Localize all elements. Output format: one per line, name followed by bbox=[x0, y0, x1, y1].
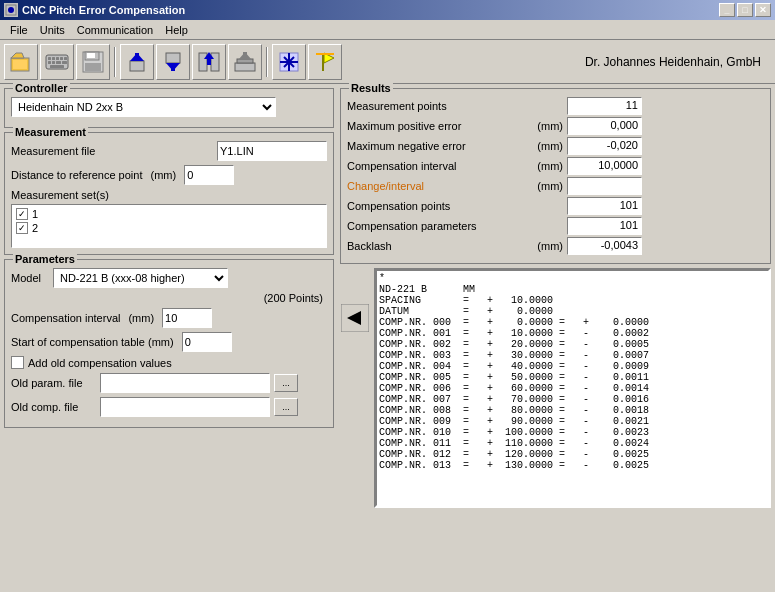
old-comp-label: Old comp. file bbox=[11, 401, 96, 413]
result-row-6: Compensation parameters 101 bbox=[347, 217, 764, 235]
company-name: Dr. Johannes Heidenhain, GmbH bbox=[585, 55, 771, 69]
model-select[interactable]: ND-221 B (xxx-08 higher) bbox=[53, 268, 228, 288]
result-value-4 bbox=[567, 177, 642, 195]
svg-rect-9 bbox=[64, 57, 67, 60]
svg-rect-11 bbox=[52, 61, 55, 64]
menu-communication[interactable]: Communication bbox=[71, 22, 159, 38]
result-row-4: Change/interval (mm) bbox=[347, 177, 764, 195]
set-2-item[interactable]: ✓ 2 bbox=[14, 221, 324, 235]
set-2-label: 2 bbox=[32, 222, 38, 234]
result-label-4: Change/interval bbox=[347, 180, 532, 192]
title-icon bbox=[4, 3, 18, 17]
svg-rect-17 bbox=[87, 53, 95, 58]
svg-rect-10 bbox=[48, 61, 51, 64]
result-label-5: Compensation points bbox=[347, 200, 532, 212]
maximize-btn[interactable]: □ bbox=[737, 3, 753, 17]
close-btn[interactable]: ✕ bbox=[755, 3, 771, 17]
set-1-checkbox[interactable]: ✓ bbox=[16, 208, 28, 220]
svg-rect-6 bbox=[52, 57, 55, 60]
menu-help[interactable]: Help bbox=[159, 22, 194, 38]
distance-input[interactable] bbox=[184, 165, 234, 185]
browse-param-btn[interactable]: ... bbox=[274, 374, 298, 392]
result-unit-7: (mm) bbox=[532, 240, 567, 252]
svg-rect-19 bbox=[130, 61, 144, 71]
svg-rect-12 bbox=[56, 61, 61, 64]
download-btn[interactable] bbox=[156, 44, 190, 80]
result-unit-2: (mm) bbox=[532, 140, 567, 152]
result-unit-4: (mm) bbox=[532, 180, 567, 192]
controller-label: Controller bbox=[13, 82, 70, 94]
result-label-2: Maximum negative error bbox=[347, 140, 532, 152]
set-1-item[interactable]: ✓ 1 bbox=[14, 207, 324, 221]
svg-rect-21 bbox=[135, 53, 139, 61]
window-title: CNC Pitch Error Compensation bbox=[22, 4, 185, 16]
comp-interval-input[interactable] bbox=[162, 308, 212, 328]
output-textarea[interactable]: * ND-221 B MM SPACING = + 10.0000 DATUM … bbox=[376, 270, 769, 506]
start-table-row: Start of compensation table (mm) bbox=[11, 332, 327, 352]
controller-row: Heidenhain ND 2xx B bbox=[11, 97, 327, 117]
svg-rect-3 bbox=[13, 60, 27, 69]
meas-file-input[interactable] bbox=[217, 141, 327, 161]
svg-rect-25 bbox=[199, 53, 207, 71]
svg-rect-40 bbox=[316, 53, 334, 55]
results-section: Results Measurement points 11 Maximum po… bbox=[340, 88, 771, 264]
result-value-5: 101 bbox=[567, 197, 642, 215]
output-frame: * ND-221 B MM SPACING = + 10.0000 DATUM … bbox=[374, 268, 771, 508]
menu-file[interactable]: File bbox=[4, 22, 34, 38]
comp-interval-unit: (mm) bbox=[128, 312, 154, 324]
model-points-row: (200 Points) bbox=[11, 292, 323, 304]
result-label-7: Backlash bbox=[347, 240, 532, 252]
keyboard-btn[interactable] bbox=[40, 44, 74, 80]
result-label-1: Maximum positive error bbox=[347, 120, 532, 132]
svg-rect-32 bbox=[243, 52, 247, 59]
svg-rect-7 bbox=[56, 57, 59, 60]
old-param-input[interactable] bbox=[100, 373, 270, 393]
meas-file-label: Measurement file bbox=[11, 145, 95, 157]
svg-rect-8 bbox=[60, 57, 63, 60]
upload3-btn[interactable] bbox=[228, 44, 262, 80]
old-param-row: Old param. file ... bbox=[11, 373, 327, 393]
flag-btn[interactable] bbox=[308, 44, 342, 80]
set-1-label: 1 bbox=[32, 208, 38, 220]
result-row-0: Measurement points 11 bbox=[347, 97, 764, 115]
result-value-3: 10,0000 bbox=[567, 157, 642, 175]
old-comp-input[interactable] bbox=[100, 397, 270, 417]
menu-units[interactable]: Units bbox=[34, 22, 71, 38]
add-comp-label: Add old compensation values bbox=[28, 357, 172, 369]
svg-point-1 bbox=[8, 7, 14, 13]
minimize-btn[interactable]: _ bbox=[719, 3, 735, 17]
arrow-right-btn[interactable] bbox=[340, 298, 370, 338]
result-row-1: Maximum positive error (mm) 0,000 bbox=[347, 117, 764, 135]
left-panel: Controller Heidenhain ND 2xx B Measureme… bbox=[4, 88, 334, 588]
sets-label: Measurement set(s) bbox=[11, 189, 327, 201]
save-btn[interactable] bbox=[76, 44, 110, 80]
svg-rect-22 bbox=[166, 53, 180, 63]
set-2-checkbox[interactable]: ✓ bbox=[16, 222, 28, 234]
result-value-2: -0,020 bbox=[567, 137, 642, 155]
upload1-btn[interactable] bbox=[120, 44, 154, 80]
controller-select[interactable]: Heidenhain ND 2xx B bbox=[11, 97, 276, 117]
browse-comp-btn[interactable]: ... bbox=[274, 398, 298, 416]
svg-rect-14 bbox=[50, 65, 64, 68]
model-label: Model bbox=[11, 272, 41, 284]
result-unit-3: (mm) bbox=[532, 160, 567, 172]
svg-rect-26 bbox=[211, 53, 219, 71]
measurement-sets-list: ✓ 1 ✓ 2 bbox=[11, 204, 327, 248]
result-label-0: Measurement points bbox=[347, 100, 532, 112]
measurement-label: Measurement bbox=[13, 126, 88, 138]
open-folder-btn[interactable] bbox=[4, 44, 38, 80]
svg-rect-30 bbox=[237, 59, 253, 63]
result-value-0: 11 bbox=[567, 97, 642, 115]
result-row-7: Backlash (mm) -0,0043 bbox=[347, 237, 764, 255]
add-comp-checkbox[interactable] bbox=[11, 356, 24, 369]
window-controls[interactable]: _ □ ✕ bbox=[719, 3, 771, 17]
settings-btn[interactable] bbox=[272, 44, 306, 80]
comp-interval-label: Compensation interval bbox=[11, 312, 120, 324]
comp-interval-row: Compensation interval (mm) bbox=[11, 308, 327, 328]
upload2-btn[interactable] bbox=[192, 44, 226, 80]
right-panel: Results Measurement points 11 Maximum po… bbox=[340, 88, 771, 588]
results-label: Results bbox=[349, 82, 393, 94]
start-table-input[interactable] bbox=[182, 332, 232, 352]
parameters-label: Parameters bbox=[13, 253, 77, 265]
old-param-label: Old param. file bbox=[11, 377, 96, 389]
